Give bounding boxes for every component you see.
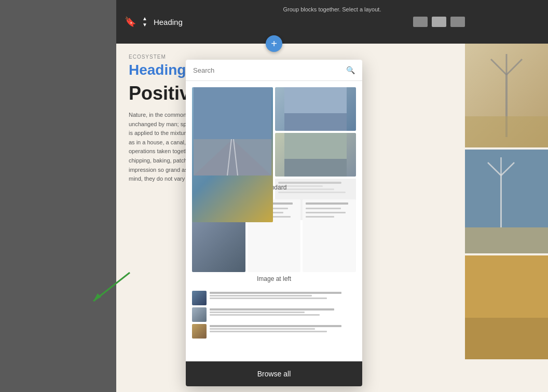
- img-at-left-text-2: [303, 199, 356, 272]
- layout-options: [413, 17, 465, 27]
- search-bar: 🔍: [186, 60, 362, 81]
- standard-preview: [192, 87, 356, 181]
- small-image-title-pattern-item[interactable]: Small image and title: [192, 291, 356, 361]
- toolbar: 🔖 ▲ ▼ Heading Group blocks together. Sel…: [116, 0, 548, 44]
- search-icon: 🔍: [346, 66, 355, 74]
- small-img-row-3: [192, 324, 356, 339]
- layout-box-3[interactable]: [450, 17, 465, 27]
- small-text-1: [210, 291, 356, 299]
- search-input[interactable]: [193, 66, 342, 74]
- small-text-3: [210, 324, 356, 332]
- svg-rect-21: [284, 113, 347, 131]
- standard-mid-right-image: [275, 133, 356, 177]
- svg-rect-9: [500, 175, 502, 227]
- pattern-picker-modal: 🔍: [186, 60, 362, 386]
- small-img-row-2: [192, 307, 356, 322]
- svg-marker-25: [93, 293, 101, 301]
- ecosystem-label: ECOSYSTEM: [129, 54, 353, 60]
- right-image-top: [465, 44, 548, 147]
- patterns-area: Standard Image at left: [186, 81, 362, 361]
- small-text-2: [210, 307, 356, 316]
- right-image-mid: [465, 150, 548, 253]
- svg-rect-6: [465, 116, 548, 147]
- svg-rect-14: [465, 318, 548, 359]
- image-at-left-label: Image at left: [192, 275, 356, 282]
- bookmark-icon: 🔖: [122, 14, 138, 30]
- standard-large-image: [192, 87, 273, 222]
- arrow-bottom-left-icon: [83, 267, 135, 309]
- toolbar-heading-label: Heading: [154, 18, 183, 26]
- layout-box-1[interactable]: [413, 17, 428, 27]
- standard-top-right-image: [275, 87, 356, 131]
- svg-rect-8: [465, 227, 548, 253]
- small-thumb-2: [192, 307, 207, 322]
- small-thumb-3: [192, 324, 207, 339]
- small-img-preview: [192, 291, 356, 358]
- layout-box-2[interactable]: [432, 17, 446, 27]
- right-image-bottom: [465, 255, 548, 359]
- right-images: [465, 44, 548, 392]
- add-block-button[interactable]: +: [266, 35, 282, 52]
- svg-rect-23: [284, 159, 347, 177]
- browse-all-button[interactable]: Browse all: [186, 361, 362, 386]
- small-img-row-1: [192, 291, 356, 305]
- group-tooltip: Group blocks together. Select a layout.: [283, 6, 381, 12]
- small-thumb-1: [192, 291, 207, 305]
- svg-line-3: [506, 59, 522, 75]
- arrows-icon[interactable]: ▲ ▼: [142, 16, 147, 28]
- svg-line-4: [491, 59, 506, 75]
- standard-pattern-item[interactable]: Standard: [192, 87, 356, 191]
